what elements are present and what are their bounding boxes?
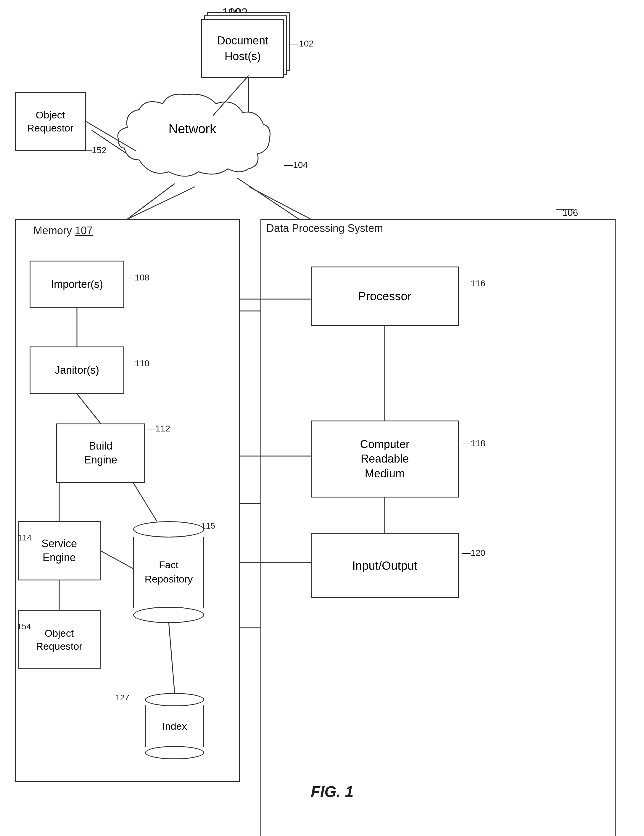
document-host-label: DocumentHost(s) (217, 33, 268, 64)
crm-box: ComputerReadableMedium (311, 421, 459, 498)
ref-102: —102 (290, 39, 314, 49)
fact-repository-label: FactRepository (145, 558, 193, 586)
io-box: Input/Output (311, 533, 459, 598)
ref-108: —108 (126, 273, 150, 282)
ref-112: —112 (147, 423, 170, 434)
ref-106-line (556, 209, 574, 210)
svg-line-27 (237, 178, 299, 219)
dps-label: Data Processing System (266, 222, 383, 235)
fact-repository-cylinder: FactRepository (133, 521, 204, 623)
svg-line-2 (127, 186, 195, 219)
network-cloud: Network (109, 89, 275, 184)
ref-152: —152 (83, 145, 106, 155)
processor-box: Processor (311, 266, 459, 326)
ref-110: —110 (126, 358, 150, 368)
memory-label: Memory 107 (33, 224, 93, 237)
ref-120: —120 (462, 548, 485, 558)
build-engine-box: BuildEngine (56, 423, 145, 483)
object-requestor-top: ObjectRequestor (15, 92, 86, 151)
figure-label: FIG. 1 (311, 783, 353, 800)
ref-116: —116 (462, 278, 485, 289)
ref-118: —118 (462, 438, 485, 448)
network-label: Network (109, 121, 275, 136)
index-cylinder: Index (145, 693, 204, 759)
ref-114: 114 (18, 533, 32, 542)
index-label: Index (162, 720, 187, 732)
svg-line-3 (249, 186, 311, 219)
ref-104: —104 (284, 160, 308, 170)
service-engine-box: ServiceEngine (18, 521, 101, 580)
importers-box: Importer(s) (29, 261, 124, 308)
diagram: 102 100 DocumentHost(s) —102 ObjectReque… (0, 0, 644, 836)
ref-154: 154 (17, 622, 31, 631)
svg-line-26 (127, 184, 174, 219)
janitors-box: Janitor(s) (29, 346, 124, 394)
object-requestor-bottom: ObjectRequestor (18, 610, 101, 669)
ref-127: 127 (116, 693, 129, 702)
doc-stack-front: DocumentHost(s) (201, 19, 284, 78)
